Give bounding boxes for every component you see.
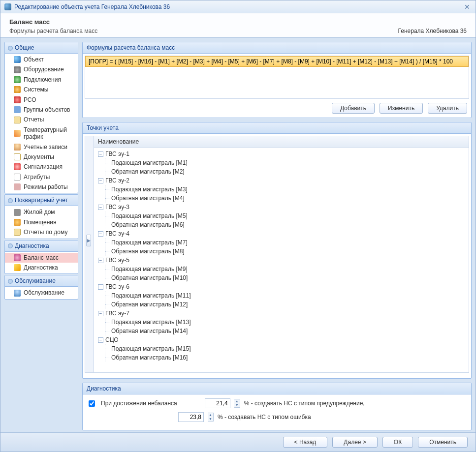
collapse-handle[interactable]: ▶ <box>86 235 91 246</box>
tree-leaf[interactable]: Обратная магистраль [M6] <box>110 220 467 229</box>
sidebar-section-diagnostics[interactable]: Диагностика <box>5 241 78 252</box>
sidebar-item-systems[interactable]: Системы <box>5 85 78 94</box>
group-icon <box>14 106 21 113</box>
document-icon <box>14 153 21 160</box>
tree-leaf[interactable]: Обратная магистраль [M4] <box>110 194 467 203</box>
sidebar-item-object[interactable]: Объект <box>5 55 78 64</box>
err-value-input[interactable] <box>178 412 204 422</box>
edit-button[interactable]: Изменить <box>380 103 423 114</box>
tree-leaf[interactable]: Обратная магистраль [M16] <box>110 353 467 362</box>
sidebar-item-alarm[interactable]: Сигнализация <box>5 162 78 172</box>
object-name: Генерала Хлебникова 36 <box>398 28 467 34</box>
tree-node-row[interactable]: −ГВС эу-3 <box>98 203 467 211</box>
tree-leaf[interactable]: Обратная магистраль [M10] <box>110 273 467 282</box>
user-icon <box>14 144 21 151</box>
tree-node-label: ГВС эу-3 <box>105 204 129 211</box>
sidebar-item-modes[interactable]: Режимы работы <box>5 182 78 192</box>
err-text: % - создавать НС с типом ошибка <box>218 414 311 421</box>
tree-node-row[interactable]: −СЦО <box>98 335 467 344</box>
tree-node-label: ГВС эу-7 <box>105 310 129 317</box>
err-spinner[interactable]: ▲▼ <box>208 413 214 422</box>
tree-leaf[interactable]: Обратная магистраль [M2] <box>110 167 467 176</box>
wizard-footer: < Назад Далее > ОК Отменить <box>0 432 476 452</box>
sidebar-item-temp-chart[interactable]: Температурный график <box>5 125 78 142</box>
sidebar-item-house[interactable]: Жилой дом <box>5 207 78 217</box>
sidebar-item-equipment[interactable]: Оборудование <box>5 64 78 74</box>
tree-leaf[interactable]: Подающая магистраль [M15] <box>110 344 467 353</box>
tree-node-row[interactable]: −ГВС эу-2 <box>98 176 467 185</box>
collapse-icon[interactable]: − <box>98 151 103 157</box>
collapse-icon[interactable]: − <box>98 337 103 343</box>
tree-node-row[interactable]: −ГВС эу-4 <box>98 229 467 238</box>
sidebar: Общие Объект Оборудование Подключения Си… <box>4 42 78 430</box>
formulas-panel-title: Формулы расчета баланса масс <box>83 42 471 54</box>
sidebar-item-attributes[interactable]: Атрибуты <box>5 172 78 182</box>
tree-leaf[interactable]: Обратная магистраль [M8] <box>110 247 467 256</box>
collapse-icon[interactable]: − <box>98 258 103 263</box>
service-icon <box>14 290 21 297</box>
next-button[interactable]: Далее > <box>332 437 378 448</box>
add-button[interactable]: Добавить <box>332 103 375 114</box>
sidebar-item-reports[interactable]: Отчеты <box>5 115 78 124</box>
tree-leaf[interactable]: Подающая магистраль [M5] <box>110 211 467 220</box>
sidebar-item-service[interactable]: Обслуживание <box>5 288 78 298</box>
diagnostics-panel: Диагностика При достижении небаланса ▲▼ … <box>82 383 472 430</box>
sidebar-item-connections[interactable]: Подключения <box>5 75 78 85</box>
warn-spinner[interactable]: ▲▼ <box>234 399 240 408</box>
sidebar-section-apartment[interactable]: Поквартирный учет <box>5 195 78 206</box>
tree-leaf[interactable]: Подающая магистраль [M7] <box>110 238 467 247</box>
sidebar-section-service[interactable]: Обслуживание <box>5 275 78 287</box>
tree-node-row[interactable]: −ГВС эу-5 <box>98 256 467 265</box>
page-title: Баланс масс <box>9 18 467 26</box>
tree-node-label: ГВС эу-2 <box>105 177 129 184</box>
header-area: Баланс масс Формулы расчета баланса масс… <box>0 13 476 38</box>
tree-leaf[interactable]: Подающая магистраль [M9] <box>110 265 467 273</box>
points-panel: Точки учета ▶ Наименование −ГВС эу-1Пода… <box>82 122 472 379</box>
system-icon <box>14 86 21 93</box>
warn-checkbox[interactable] <box>89 400 95 407</box>
back-button[interactable]: < Назад <box>283 437 328 448</box>
cancel-button[interactable]: Отменить <box>418 437 468 448</box>
warning-icon <box>14 264 21 271</box>
checkbox-label: При достижении небаланса <box>101 400 177 407</box>
tree-node-label: ГВС эу-1 <box>105 151 129 157</box>
collapse-icon[interactable]: − <box>98 205 103 210</box>
close-icon[interactable]: ✕ <box>463 3 472 11</box>
balance-icon <box>14 254 21 261</box>
sidebar-item-groups[interactable]: Группы объектов <box>5 105 78 115</box>
collapse-icon[interactable]: − <box>98 231 103 237</box>
formulas-panel: Формулы расчета баланса масс [ПОГР] = ( … <box>82 42 472 118</box>
points-tree: −ГВС эу-1Подающая магистраль [M1]Обратна… <box>94 148 469 364</box>
sidebar-item-mass-balance[interactable]: Баланс масс <box>5 253 78 263</box>
collapse-icon[interactable]: − <box>98 178 103 183</box>
points-panel-title: Точки учета <box>83 122 471 134</box>
sidebar-item-diagnostics[interactable]: Диагностика <box>5 263 78 272</box>
tree-leaf[interactable]: Подающая магистраль [M13] <box>110 318 467 327</box>
tree-node-row[interactable]: −ГВС эу-1 <box>98 150 467 158</box>
sidebar-item-accounts[interactable]: Учетные записи <box>5 142 78 152</box>
tree-leaf[interactable]: Подающая магистраль [M11] <box>110 291 467 300</box>
formula-list[interactable]: [ПОГР] = ( [M15] - [M16] - [M1] + [M2] -… <box>85 56 469 99</box>
home-icon <box>14 209 21 216</box>
tree-node-row[interactable]: −ГВС эу-7 <box>98 309 467 318</box>
bell-icon <box>14 163 21 170</box>
diagnostics-panel-title: Диагностика <box>83 383 471 394</box>
sidebar-item-house-reports[interactable]: Отчеты по дому <box>5 227 78 237</box>
tree-leaf[interactable]: Подающая магистраль [M1] <box>110 158 467 167</box>
delete-button[interactable]: Удалить <box>428 103 467 114</box>
tree-leaf[interactable]: Подающая магистраль [M3] <box>110 185 467 194</box>
collapse-icon[interactable]: − <box>98 311 103 316</box>
formula-row[interactable]: [ПОГР] = ( [M15] - [M16] - [M1] + [M2] -… <box>85 56 469 67</box>
collapse-icon[interactable]: − <box>98 284 103 290</box>
ok-button[interactable]: ОК <box>382 437 413 448</box>
sidebar-item-documents[interactable]: Документы <box>5 152 78 162</box>
tree-leaf[interactable]: Обратная магистраль [M14] <box>110 327 467 335</box>
tree-node-row[interactable]: −ГВС эу-6 <box>98 282 467 291</box>
tree-node-label: ГВС эу-6 <box>105 283 129 290</box>
tree-leaf[interactable]: Обратная магистраль [M12] <box>110 300 467 309</box>
sidebar-item-rooms[interactable]: Помещения <box>5 217 78 227</box>
app-icon <box>4 3 11 10</box>
warn-value-input[interactable] <box>205 398 230 408</box>
sidebar-section-common[interactable]: Общие <box>5 42 78 54</box>
sidebar-item-rso[interactable]: РСО <box>5 95 78 105</box>
